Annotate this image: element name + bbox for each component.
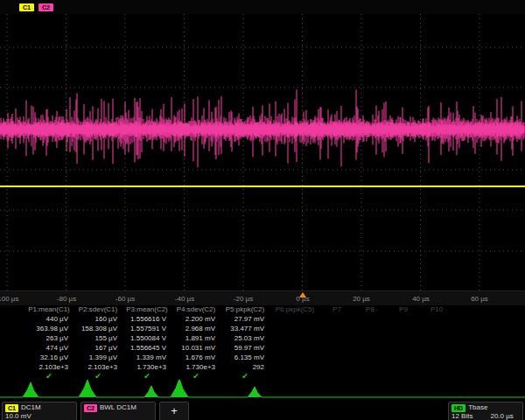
measurement-value: 474 µV	[24, 343, 74, 353]
measurement-header[interactable]: P5:pkpk(C2)	[220, 304, 270, 314]
measurement-header[interactable]: P10	[420, 304, 453, 314]
measurement-header[interactable]: P3:mean(C2)	[122, 304, 172, 314]
measurement-header[interactable]: P2:sdev(C1)	[74, 304, 122, 314]
channel-tab-c1[interactable]: C1	[19, 4, 34, 11]
measurement-column: P9	[387, 304, 420, 314]
measurement-value: 1.891 mV	[172, 333, 220, 343]
c1-channel-chip: C1	[5, 404, 18, 412]
measurement-value: 1.730e+3	[172, 362, 220, 372]
timebase-label: Tbase	[468, 403, 487, 412]
channel-tab-c2[interactable]: C2	[38, 4, 53, 11]
measurement-header[interactable]: P1:mean(C1)	[24, 304, 74, 314]
time-axis-label: -60 µs	[116, 295, 135, 303]
measurement-column: P3:mean(C2)1.556616 V1.557591 V1.550084 …	[122, 304, 172, 382]
measurement-value: 363.98 µV	[24, 324, 74, 333]
measurement-value: 32.16 µV	[24, 353, 74, 362]
measurement-value: 292	[220, 362, 270, 372]
time-axis-label: -20 µs	[234, 295, 253, 303]
measurement-value: 155 µV	[74, 333, 122, 343]
measurement-value: 1.550084 V	[122, 333, 172, 343]
measurement-value: 1.730e+3	[122, 362, 172, 372]
measurement-value: 6.135 mV	[220, 353, 270, 362]
measurement-value: 160 µV	[74, 314, 122, 324]
histogram-trace	[0, 380, 525, 401]
histogram-path	[0, 380, 525, 397]
measurement-header[interactable]: P4:sdev(C2)	[172, 304, 220, 314]
measurement-value: 1.556616 V	[122, 314, 172, 324]
measurement-value: 2.968 mV	[172, 324, 220, 333]
measurement-value: 25.03 mV	[220, 333, 270, 343]
c1-vertical-scale: 10.0 mV	[5, 412, 32, 420]
measurement-header[interactable]: P9	[387, 304, 420, 314]
measurement-column: P5:pkpk(C2)27.97 mV33.477 mV25.03 mV59.9…	[220, 304, 270, 382]
top-status-bar: C1C2	[0, 0, 525, 14]
time-axis-label: -100 µs	[0, 295, 18, 303]
time-axis-label: 60 µs	[471, 295, 488, 303]
measurement-value: 10.031 mV	[172, 343, 220, 353]
measurement-value: 1.399 µV	[74, 353, 122, 362]
measurement-column: P4:sdev(C2)2.200 mV2.968 mV1.891 mV10.03…	[172, 304, 220, 382]
measurement-value: 1.557591 V	[122, 324, 172, 333]
footer-descriptor-bar: C1 DC1M 10.0 mV C2 BWL DC1M + HD Tbase 1…	[0, 401, 525, 420]
measurement-header[interactable]: P8	[354, 304, 387, 314]
c2-descriptor-box[interactable]: C2 BWL DC1M	[80, 402, 156, 420]
time-axis-label: 20 µs	[353, 295, 370, 303]
measurement-value: 33.477 mV	[220, 324, 270, 333]
measurement-column: P7	[320, 304, 354, 314]
measurement-value: 2.103e+3	[74, 362, 122, 372]
hd-mode-badge: HD	[452, 404, 466, 412]
cursor-readout-box[interactable]: +	[159, 402, 189, 420]
time-axis-label: -40 µs	[175, 295, 194, 303]
measurement-header[interactable]: P7	[320, 304, 354, 314]
c1-coupling-label: DC1M	[21, 403, 41, 412]
measurement-value: 2.103e+3	[24, 362, 74, 372]
measurement-value: 263 µV	[24, 333, 74, 343]
timebase-scale: 20.0 µs	[490, 412, 513, 420]
time-axis-label: -80 µs	[57, 295, 76, 303]
time-axis-label: 40 µs	[412, 295, 430, 303]
time-axis: -100 µs-80 µs-60 µs-40 µs-20 µs0 µs20 µs…	[0, 290, 525, 305]
measurement-value: 1.676 mV	[172, 353, 220, 362]
oscilloscope-screen: C1C2 -100 µs-80 µs-60 µs-40 µs-20 µs0 µs…	[0, 0, 525, 420]
measurement-value: 1.339 mV	[122, 353, 172, 362]
measurement-header[interactable]: P6:pkpk(C5)	[270, 304, 320, 314]
measurement-column: P2:sdev(C1)160 µV158.308 µV155 µV167 µV1…	[74, 304, 122, 382]
time-axis-label: 0 µs	[296, 295, 309, 303]
waveform-traces	[0, 14, 525, 290]
timebase-descriptor-box[interactable]: HD Tbase 12 Bits 20.0 µs	[448, 402, 523, 420]
crosshair-icon: +	[163, 403, 186, 419]
measurement-value: 27.97 mV	[220, 314, 270, 324]
measurement-column: P8	[354, 304, 387, 314]
measurement-column: P1:mean(C1)440 µV363.98 µV263 µV474 µV32…	[24, 304, 74, 382]
waveform-display[interactable]	[0, 14, 525, 290]
measurement-column: P6:pkpk(C5)	[270, 304, 320, 314]
measurement-value: 1.556645 V	[122, 343, 172, 353]
measurement-value: 440 µV	[24, 314, 74, 324]
adc-bits-label: 12 Bits	[452, 412, 472, 420]
measurement-value: 2.200 mV	[172, 314, 220, 324]
c2-channel-chip: C2	[84, 404, 97, 412]
measurement-value: 158.308 µV	[74, 324, 122, 333]
c1-descriptor-box[interactable]: C1 DC1M 10.0 mV	[2, 402, 77, 420]
c2-coupling-label: BWL DC1M	[100, 403, 136, 412]
measurement-value: 59.97 mV	[220, 343, 270, 353]
measurement-column: P10	[420, 304, 453, 314]
measurement-table: P1:mean(C1)440 µV363.98 µV263 µV474 µV32…	[24, 304, 453, 382]
measurement-value: 167 µV	[74, 343, 122, 353]
